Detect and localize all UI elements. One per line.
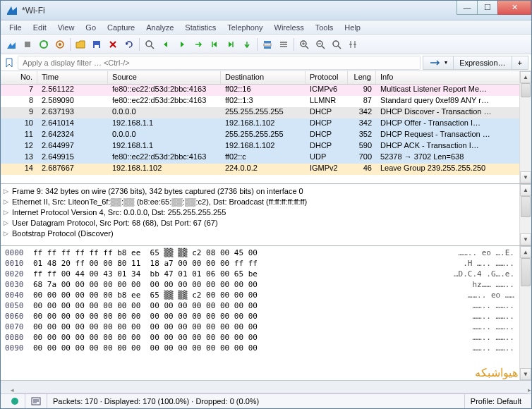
find-packet-icon[interactable] — [142, 37, 157, 52]
svg-rect-12 — [264, 47, 271, 49]
menu-statistics[interactable]: Statistics — [181, 22, 220, 33]
svg-point-27 — [11, 398, 18, 405]
packet-row[interactable]: 142.687667192.168.1.102224.0.0.2IGMPv246… — [1, 164, 531, 175]
packet-row[interactable]: 92.6371930.0.0.0255.255.255.255DHCP342DH… — [1, 107, 531, 118]
packet-row[interactable]: 72.561122fe80::ec22:d53d:2bbc:4163ff02::… — [1, 85, 531, 96]
toolbar — [1, 35, 531, 54]
svg-rect-5 — [95, 45, 99, 48]
svg-rect-14 — [280, 44, 287, 45]
packet-row[interactable]: 112.6423240.0.0.0255.255.255.255DHCP352D… — [1, 130, 531, 141]
zoom-in-icon[interactable] — [296, 37, 312, 52]
filter-apply-button[interactable]: ▾ — [423, 56, 454, 70]
detail-row[interactable]: ▷Bootstrap Protocol (Discover) — [4, 228, 528, 238]
hex-row[interactable]: 006000 00 00 00 00 00 00 00 00 00 00 00 … — [5, 311, 527, 322]
scroll-down-icon[interactable]: ▼ — [520, 171, 531, 183]
packet-bytes-pane[interactable]: 0000ff ff ff ff ff ff b8 ee 65 ▒▒ ▒▒ c2 … — [1, 246, 531, 380]
resize-columns-icon[interactable] — [345, 37, 361, 52]
stop-capture-icon[interactable] — [20, 37, 35, 52]
close-file-icon[interactable] — [105, 37, 121, 52]
go-first-icon[interactable] — [207, 37, 222, 52]
filter-bar: ▾ Expression… + — [1, 54, 531, 71]
hex-row[interactable]: 001001 48 20 ff 00 00 80 11 18 a7 00 00 … — [5, 258, 527, 269]
scroll-down-icon[interactable]: ▼ — [520, 233, 531, 245]
capture-options-icon[interactable] — [52, 37, 68, 52]
reload-icon[interactable] — [121, 37, 137, 52]
expert-info-icon[interactable] — [5, 394, 25, 408]
go-forward-icon[interactable] — [174, 37, 190, 52]
expression-button[interactable]: Expression… — [453, 56, 512, 70]
go-back-icon[interactable] — [158, 37, 174, 52]
col-destination-header[interactable]: Destination — [221, 71, 306, 84]
capture-file-properties-icon[interactable] — [25, 394, 47, 408]
col-time-header[interactable]: Time — [37, 71, 108, 84]
scroll-up-icon[interactable]: ▲ — [520, 71, 531, 83]
expand-icon[interactable]: ▷ — [4, 230, 11, 237]
auto-scroll-live-icon[interactable] — [276, 37, 291, 52]
detail-row[interactable]: ▷Internet Protocol Version 4, Src: 0.0.0… — [4, 207, 528, 217]
menu-file[interactable]: File — [5, 22, 26, 33]
col-no-header[interactable]: No. — [1, 71, 37, 84]
packet-row[interactable]: 102.641014192.168.1.1192.168.1.102DHCP34… — [1, 118, 531, 130]
col-length-header[interactable]: Leng — [348, 71, 376, 84]
hex-scrollbar[interactable]: ▲ ▼ — [519, 246, 531, 380]
packet-row[interactable]: 82.589090fe80::ec22:d53d:2bbc:4163ff02::… — [1, 96, 531, 107]
menu-analyze[interactable]: Analyze — [142, 22, 178, 33]
open-file-icon[interactable] — [73, 37, 88, 52]
display-filter-input[interactable] — [18, 56, 421, 70]
hscroll-right-icon[interactable]: ▸ — [528, 386, 531, 393]
packet-row[interactable]: 122.644997192.168.1.1192.168.1.102DHCP59… — [1, 141, 531, 152]
scroll-up-icon[interactable]: ▲ — [520, 246, 531, 258]
packet-row[interactable]: 132.649915fe80::ec22:d53d:2bbc:4163ff02:… — [1, 152, 531, 164]
menu-capture[interactable]: Capture — [103, 22, 139, 33]
auto-scroll-icon[interactable] — [239, 37, 255, 52]
packet-list-scrollbar[interactable]: ▲ ▼ — [519, 71, 531, 183]
maximize-button[interactable]: ☐ — [477, 1, 498, 15]
menu-help[interactable]: Help — [340, 22, 365, 33]
hex-row[interactable]: 0020ff ff 00 44 00 43 01 34 bb 47 01 01 … — [5, 269, 527, 279]
expand-icon[interactable]: ▷ — [4, 198, 11, 205]
save-file-icon[interactable] — [89, 37, 104, 52]
menu-wireless[interactable]: Wireless — [270, 22, 308, 33]
zoom-reset-icon[interactable] — [329, 37, 344, 52]
menu-edit[interactable]: Edit — [29, 22, 51, 33]
minimize-button[interactable]: — — [457, 1, 478, 15]
go-last-icon[interactable] — [223, 37, 238, 52]
menu-telephony[interactable]: Telephony — [223, 22, 267, 33]
menu-view[interactable]: View — [54, 22, 79, 33]
colorize-icon[interactable] — [260, 37, 275, 52]
detail-row[interactable]: ▷Ethernet II, Src: LiteonTe_6f:▒▒:▒▒ (b8… — [4, 196, 528, 207]
scroll-up-icon[interactable]: ▲ — [520, 184, 531, 196]
hex-row[interactable]: 007000 00 00 00 00 00 00 00 00 00 00 00 … — [5, 322, 527, 332]
hex-row[interactable]: 005000 00 00 00 00 00 00 00 00 00 00 00 … — [5, 300, 527, 311]
close-button[interactable]: ✕ — [497, 1, 531, 15]
col-info-header[interactable]: Info — [376, 71, 531, 84]
detail-row[interactable]: ▷Frame 9: 342 bytes on wire (2736 bits),… — [4, 185, 528, 196]
zoom-out-icon[interactable] — [313, 37, 328, 52]
expand-icon[interactable]: ▷ — [4, 209, 11, 216]
scroll-down-icon[interactable]: ▼ — [520, 368, 531, 380]
col-protocol-header[interactable]: Protocol — [306, 71, 348, 84]
packet-list-body[interactable]: 72.561122fe80::ec22:d53d:2bbc:4163ff02::… — [1, 85, 531, 184]
packet-details-pane[interactable]: ▷Frame 9: 342 bytes on wire (2736 bits),… — [1, 184, 531, 246]
bookmark-icon[interactable] — [4, 57, 15, 68]
menu-tools[interactable]: Tools — [311, 22, 338, 33]
col-source-header[interactable]: Source — [108, 71, 221, 84]
detail-row[interactable]: ▷User Datagram Protocol, Src Port: 68 (6… — [4, 217, 528, 228]
details-scrollbar[interactable]: ▲ ▼ — [519, 184, 531, 245]
go-to-packet-icon[interactable] — [191, 37, 206, 52]
menu-go[interactable]: Go — [81, 22, 100, 33]
expand-icon[interactable]: ▷ — [4, 188, 11, 195]
svg-line-24 — [338, 46, 341, 49]
hex-row[interactable]: 008000 00 00 00 00 00 00 00 00 00 00 00 … — [5, 332, 527, 343]
hex-row[interactable]: 004000 00 00 00 00 00 b8 ee 65 ▒▒ ▒▒ c2 … — [5, 290, 527, 300]
status-profile-text[interactable]: Profile: Default — [465, 394, 527, 408]
hex-row[interactable]: 003068 7a 00 00 00 00 00 00 00 00 00 00 … — [5, 279, 527, 290]
hex-row[interactable]: 009000 00 00 00 00 00 00 00 00 00 00 00 … — [5, 343, 527, 353]
filter-add-button[interactable]: + — [512, 56, 528, 70]
start-capture-icon[interactable] — [4, 37, 19, 52]
restart-capture-icon[interactable] — [36, 37, 52, 52]
status-packets-text: Packets: 170 · Displayed: 170 (100.0%) ·… — [47, 394, 465, 408]
expand-icon[interactable]: ▷ — [4, 219, 11, 226]
svg-rect-10 — [264, 41, 271, 43]
hex-row[interactable]: 0000ff ff ff ff ff ff b8 ee 65 ▒▒ ▒▒ c2 … — [5, 248, 527, 258]
